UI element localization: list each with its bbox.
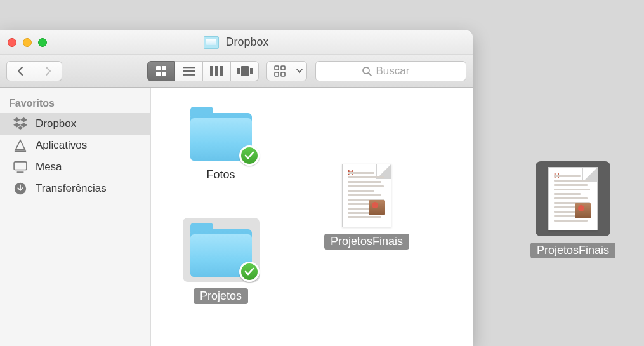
svg-rect-7 [210,66,213,76]
view-mode-buttons [147,61,259,81]
sidebar-item-label: Transferências [36,182,107,195]
forward-button[interactable] [34,61,62,81]
arrange-dropdown[interactable] [266,61,307,81]
columns-icon [210,66,224,76]
downloads-icon [13,182,28,196]
close-button[interactable] [8,38,16,47]
synced-badge-icon [239,262,260,282]
window-title-text: Dropbox [225,36,268,49]
desktop-file-projetosfinais[interactable]: H ProjetosFinais [530,161,615,258]
nav-buttons [6,61,62,81]
desktop-icon [13,160,28,174]
document-item-projetosfinais[interactable]: H ProjetosFinais [329,164,405,250]
chevron-right-icon [44,66,52,76]
item-label: ProjetosFinais [530,243,615,258]
sidebar-item-dropbox[interactable]: Dropbox [0,113,150,135]
svg-rect-15 [275,72,279,76]
dropbox-icon [13,117,28,131]
coverflow-view-button[interactable] [231,61,259,81]
window-controls [8,38,47,47]
svg-rect-9 [220,66,223,76]
folder-icon [188,107,254,161]
sidebar-section-header: Favoritos [0,95,150,113]
svg-rect-13 [275,66,279,70]
column-view-button[interactable] [203,61,231,81]
grid-icon [155,65,167,77]
svg-rect-10 [237,68,240,74]
svg-rect-3 [162,72,166,76]
window-title: Dropbox [0,36,473,49]
search-field[interactable] [315,61,466,81]
content-area[interactable]: Fotos H ProjetosFinais [151,88,473,346]
icon-view-button[interactable] [147,61,175,81]
item-label: Fotos [200,167,241,183]
toolbar [0,55,473,88]
svg-rect-0 [156,66,161,70]
item-label: Projetos [194,288,248,304]
apps-icon [13,138,28,152]
folder-icon [188,223,254,277]
svg-rect-11 [241,66,249,76]
item-label: ProjetosFinais [324,234,409,250]
sidebar: Favoritos Dropbox Aplicativos Mesa [0,88,151,346]
svg-rect-6 [183,74,195,75]
svg-rect-14 [281,66,285,70]
sidebar-item-downloads[interactable]: Transferências [0,178,150,199]
finder-window: Dropbox [0,30,473,346]
list-icon [183,66,195,76]
svg-rect-2 [156,72,161,76]
svg-line-18 [369,73,371,76]
dropbox-folder-icon [204,36,219,49]
document-icon: H [548,167,598,230]
search-icon [362,66,372,76]
fullscreen-button[interactable] [38,38,47,47]
sidebar-item-label: Mesa [36,161,62,173]
document-icon: H [342,164,391,227]
svg-rect-20 [14,162,27,170]
sidebar-item-applications[interactable]: Aplicativos [0,135,150,156]
chevron-left-icon [16,66,24,76]
search-input[interactable] [376,65,421,77]
coverflow-icon [237,66,253,76]
svg-rect-1 [162,66,166,70]
svg-rect-16 [281,72,285,76]
folder-item-projetos[interactable]: Projetos [183,218,259,304]
svg-rect-12 [250,68,253,74]
minimize-button[interactable] [23,38,32,47]
list-view-button[interactable] [175,61,203,81]
sidebar-item-desktop[interactable]: Mesa [0,156,150,178]
back-button[interactable] [6,61,34,81]
svg-rect-8 [215,66,218,76]
synced-badge-icon [239,145,260,166]
titlebar[interactable]: Dropbox [0,30,473,55]
arrange-icon [274,65,286,77]
sidebar-item-label: Dropbox [36,117,76,130]
chevron-down-icon [296,69,303,74]
svg-rect-5 [183,70,195,71]
svg-rect-4 [183,67,195,68]
sidebar-item-label: Aplicativos [36,139,87,152]
